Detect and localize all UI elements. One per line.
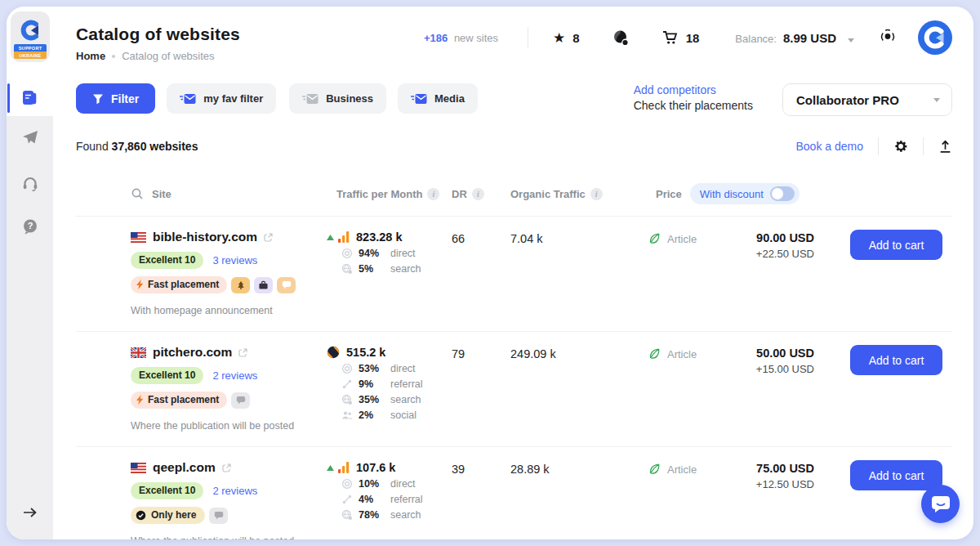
external-link-icon[interactable] [238, 348, 247, 357]
traffic-cell: 515.2 k 53% direct [327, 345, 448, 432]
breakdown-pct: 2% [359, 410, 385, 421]
discount-toggle-label: With discount [700, 188, 764, 200]
check-circle-icon [136, 510, 146, 521]
balance-label: Balance: [735, 33, 777, 45]
table-header: Site Traffic per Month i DR i Organic Tr… [76, 175, 952, 217]
account-logo[interactable] [918, 20, 952, 55]
main-content: Catalog of websites Home Catalog of webs… [53, 7, 973, 539]
app-window: SUPPORT UKRAINE [7, 7, 973, 539]
info-icon[interactable]: i [472, 188, 484, 200]
traffic-breakdown-line: 2% social [327, 410, 448, 421]
traffic-cell: 823.28 k 94% direct [327, 230, 448, 316]
briefcase-chip[interactable] [254, 277, 273, 293]
traffic-bars-icon [338, 462, 350, 473]
sidebar-item-help[interactable]: ? [7, 208, 53, 244]
price-value: 50.00 USD [739, 347, 814, 360]
reviews-link[interactable]: 2 reviews [212, 485, 257, 497]
websites-table: Site Traffic per Month i DR i Organic Tr… [76, 175, 952, 539]
add-to-cart-button[interactable]: Add to cart [850, 345, 942, 375]
saved-filter-label: Media [434, 92, 465, 105]
content-type-label: Article [667, 232, 697, 245]
info-icon[interactable]: i [590, 188, 603, 200]
table-row: bible-history.com Excellent 10 3 reviews [76, 217, 952, 331]
comment-chip[interactable] [209, 508, 228, 524]
external-link-icon[interactable] [264, 233, 273, 242]
content-type-cell: Article [621, 460, 739, 539]
extra-price-value: +15.00 USD [739, 363, 814, 375]
sidebar-item-catalog[interactable] [7, 80, 53, 116]
placement-note: Where the publication will be posted [131, 535, 327, 539]
mail-filter-icon [411, 93, 427, 105]
breadcrumb-home[interactable]: Home [76, 50, 105, 62]
analytics-button[interactable] [612, 29, 630, 47]
comment-chip[interactable] [277, 277, 296, 293]
breakdown-pct: 53% [359, 363, 385, 374]
add-to-cart-button[interactable]: Add to cart [850, 460, 942, 490]
sidebar-item-support[interactable] [7, 165, 53, 201]
topbar-right: Balance: 8.99 USD [735, 20, 952, 55]
globe-icon [341, 263, 353, 275]
fast-placement-badge: Fast placement [131, 276, 227, 293]
traffic-cell: 107.6 k 10% direct [327, 460, 448, 539]
cta-cell: Add to cart [850, 230, 952, 316]
chat-bubble-icon [931, 495, 951, 513]
breakdown-label: search [390, 394, 421, 405]
site-domain[interactable]: qeepl.com [153, 460, 216, 475]
info-icon[interactable]: i [427, 188, 439, 200]
saved-filter-fav[interactable]: my fav filter [167, 83, 276, 114]
external-link-icon[interactable] [222, 463, 231, 472]
chevron-down-icon [933, 98, 940, 102]
saved-filter-media[interactable]: Media [398, 83, 478, 114]
svg-text:?: ? [27, 221, 33, 230]
price-cell: 75.00 USD +12.50 USD [739, 460, 814, 539]
reviews-link[interactable]: 3 reviews [212, 254, 257, 266]
sidebar-logo[interactable]: SUPPORT UKRAINE [11, 11, 50, 62]
new-sites-counter[interactable]: +186 new sites [424, 32, 498, 44]
export-button[interactable] [938, 140, 952, 154]
site-domain[interactable]: bible-history.com [153, 230, 257, 244]
saved-filter-business[interactable]: Business [289, 83, 386, 114]
filter-label: Filter [111, 92, 139, 105]
col-dr[interactable]: DR i [448, 188, 506, 200]
balance-value: 8.99 USD [783, 31, 836, 45]
toggle-switch[interactable] [770, 186, 795, 201]
check-placements-text: Check their placements [634, 99, 753, 112]
active-indicator [7, 83, 10, 113]
discount-toggle[interactable]: With discount [690, 183, 800, 204]
fast-placement-label: Fast placement [148, 279, 219, 290]
add-to-cart-button[interactable]: Add to cart [850, 230, 942, 260]
col-organic[interactable]: Organic Traffic i [506, 188, 621, 200]
price-cell: 90.00 USD +22.50 USD [739, 230, 814, 316]
tree-chip[interactable] [231, 277, 250, 293]
rating-badge: Excellent 10 [131, 367, 203, 384]
add-competitors-link[interactable]: Add competitors [634, 83, 753, 96]
notifications-button[interactable] [879, 27, 897, 48]
balance-dropdown[interactable]: Balance: 8.99 USD [735, 31, 854, 45]
settings-button[interactable] [893, 139, 908, 154]
site-domain[interactable]: pitchero.com [153, 345, 232, 360]
divider [878, 137, 879, 155]
headphones-icon [22, 176, 38, 191]
cart-button[interactable]: 18 [662, 30, 700, 45]
funnel-icon [92, 93, 104, 105]
mail-filter-icon [302, 93, 318, 105]
book-demo-link[interactable]: Book a demo [796, 140, 864, 153]
sidebar-item-telegram[interactable] [7, 119, 53, 155]
export-icon [938, 140, 952, 154]
comment-icon [236, 396, 246, 405]
chevron-down-icon [848, 38, 854, 43]
reviews-link[interactable]: 2 reviews [212, 369, 257, 382]
sidebar-collapse-button[interactable] [7, 507, 53, 518]
people-icon [341, 410, 353, 421]
comment-chip[interactable] [231, 392, 250, 409]
catalog-icon [20, 88, 40, 108]
col-site[interactable]: Site [131, 187, 327, 200]
chat-widget-button[interactable] [921, 485, 960, 523]
new-sites-value: +186 [424, 32, 448, 44]
favorites-button[interactable]: ★ 8 [553, 31, 580, 45]
breakdown-pct: 5% [359, 263, 385, 275]
col-traffic[interactable]: Traffic per Month i [327, 188, 448, 200]
traffic-breakdown-line: 78% search [327, 509, 448, 521]
filter-button[interactable]: Filter [76, 83, 155, 114]
plan-selector[interactable]: Collaborator PRO [782, 83, 952, 116]
